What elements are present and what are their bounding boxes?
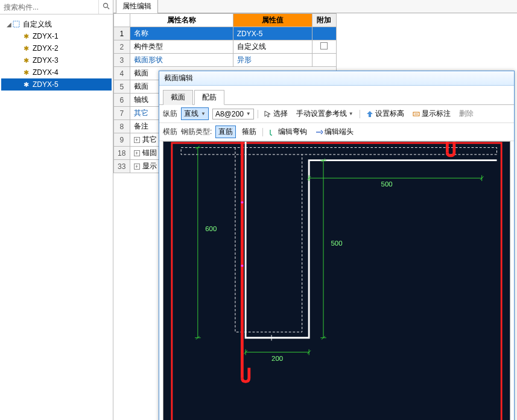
prop-name: 名称 (130, 27, 233, 40)
dim-500-side: 500 (331, 240, 342, 247)
tree-item[interactable]: ✱ ZDYX-1 (1, 30, 112, 42)
section-editor-title[interactable]: 截面编辑 (159, 71, 514, 86)
col-header-extra[interactable]: 附加 (312, 14, 336, 27)
edit-hook-button[interactable]: 编辑弯钩 (267, 126, 309, 138)
rownum-header (114, 14, 130, 27)
stirrup-button[interactable]: 箍筋 (239, 126, 259, 138)
left-panel: ◢ 自定义线 ✱ ZDYX-1 ✱ ZDYX-2 ✱ ZDYX-3 ✱ ZDYX… (0, 0, 113, 420)
prop-value[interactable]: 自定义线 (233, 40, 312, 54)
row-num: 9 (114, 133, 130, 147)
col-header-value[interactable]: 属性值 (233, 14, 312, 27)
prop-extra (312, 54, 336, 67)
table-row[interactable]: 3 截面形状 异形 (114, 54, 337, 67)
table-row[interactable]: 2 构件类型 自定义线 (114, 40, 337, 54)
tree-item[interactable]: ✱ ZDYX-3 (1, 54, 112, 66)
tree-item-label: ZDYX-3 (33, 56, 59, 65)
svg-point-0 (103, 4, 107, 8)
label-rebar-type: 钢筋类型: (181, 127, 212, 137)
dim-600: 600 (205, 225, 217, 232)
prop-value[interactable]: ZDYX-5 (233, 27, 312, 40)
rebar-spec-dropdown[interactable]: A8@200▼ (212, 109, 254, 119)
search-button[interactable] (98, 0, 113, 14)
set-elevation-button[interactable]: 设置标高 (364, 108, 407, 119)
tree-item[interactable]: ✱ ZDYX-4 (1, 66, 112, 78)
row-num: 7 (114, 107, 130, 120)
tree-item[interactable]: ✱ ZDYX-2 (1, 42, 112, 54)
tree-root-label: 自定义线 (23, 19, 52, 30)
svg-line-1 (107, 7, 109, 9)
svg-rect-7 (181, 148, 496, 154)
cad-canvas[interactable]: 600 500 500 (163, 141, 510, 420)
tree-item-label: ZDYX-1 (33, 32, 59, 40)
custom-line-icon (12, 20, 21, 28)
edit-end-button[interactable]: 编辑端头 (313, 126, 356, 138)
separator (360, 110, 360, 118)
canvas-wrap: 600 500 500 (159, 141, 514, 420)
section-editor-window: 截面编辑 截面 配筋 纵筋 直线▼ A8@200▼ 选择 手动设置参考线▼ (159, 71, 515, 420)
table-row[interactable]: 1 名称 ZDYX-5 (114, 27, 337, 40)
prop-extra[interactable] (312, 40, 336, 54)
chevron-down-icon: ▼ (349, 111, 354, 116)
dim-200: 200 (271, 355, 283, 362)
node-icon: ✱ (22, 32, 30, 40)
right-panel: 属性编辑 属性名称 属性值 附加 1 名称 ZDYX-5 2 构件类型 (113, 0, 517, 420)
props-area: 属性名称 属性值 附加 1 名称 ZDYX-5 2 构件类型 自定义线 (113, 13, 517, 420)
node-icon: ✱ (22, 44, 30, 52)
row-num: 2 (114, 40, 130, 54)
svg-rect-2 (13, 21, 19, 27)
toolbar-row-2: 横筋 钢筋类型: 直筋 箍筋 编辑弯钩 编辑端头 (159, 123, 514, 141)
tab-section[interactable]: 截面 (163, 90, 193, 105)
prop-name: 截面形状 (130, 54, 233, 67)
tree-root-custom-line[interactable]: ◢ 自定义线 (1, 18, 112, 30)
prop-tab-bar: 属性编辑 (113, 0, 517, 13)
tree-item-label: ZDYX-5 (33, 80, 59, 89)
annotation-icon (413, 110, 420, 118)
row-num: 3 (114, 54, 130, 67)
row-num: 1 (114, 27, 130, 40)
svg-point-11 (241, 264, 243, 267)
elevation-icon (366, 110, 373, 118)
search-icon (103, 2, 110, 11)
label-horizontal-rebar: 横筋 (163, 127, 177, 137)
show-annot-button[interactable]: 显示标注 (410, 108, 453, 119)
col-header-name[interactable]: 属性名称 (130, 14, 233, 27)
svg-point-10 (241, 201, 243, 203)
checkbox-icon[interactable] (320, 42, 328, 49)
delete-button[interactable]: 删除 (457, 108, 476, 119)
toolbar-row-1: 纵筋 直线▼ A8@200▼ 选择 手动设置参考线▼ 设置标高 (159, 105, 514, 123)
ref-line-dropdown[interactable]: 手动设置参考线▼ (294, 108, 356, 119)
prop-extra (312, 27, 336, 40)
tree-item-label: ZDYX-2 (33, 44, 59, 52)
tab-property-edit[interactable]: 属性编辑 (116, 0, 158, 13)
select-tool-button[interactable]: 选择 (262, 108, 290, 119)
tab-rebar[interactable]: 配筋 (194, 90, 224, 105)
dim-500-top: 500 (381, 180, 393, 188)
svg-rect-6 (172, 143, 501, 420)
search-input[interactable] (0, 0, 98, 14)
separator (262, 128, 263, 136)
expand-icon[interactable]: + (134, 164, 140, 170)
row-num: 6 (114, 94, 130, 107)
separator (258, 110, 258, 118)
cursor-icon (264, 110, 271, 118)
row-num: 18 (114, 147, 130, 160)
prop-value[interactable]: 异形 (233, 54, 312, 67)
chevron-down-icon: ▼ (246, 111, 251, 116)
node-icon: ✱ (22, 80, 30, 89)
section-tabs: 截面 配筋 (159, 86, 514, 105)
tree-item[interactable]: ✱ ZDYX-5 (1, 78, 112, 91)
row-num: 8 (114, 120, 130, 133)
prop-name: 构件类型 (130, 40, 233, 54)
expand-icon[interactable]: + (134, 150, 140, 156)
component-tree: ◢ 自定义线 ✱ ZDYX-1 ✱ ZDYX-2 ✱ ZDYX-3 ✱ ZDYX… (0, 14, 113, 420)
collapse-icon[interactable]: ◢ (6, 21, 12, 28)
expand-icon[interactable]: + (134, 137, 140, 143)
search-row (0, 0, 113, 14)
cad-drawing: 600 500 500 (163, 142, 510, 420)
row-num: 5 (114, 80, 130, 94)
node-icon: ✱ (22, 68, 30, 77)
line-type-dropdown[interactable]: 直线▼ (181, 107, 209, 120)
chevron-down-icon: ▼ (201, 111, 206, 116)
straight-rebar-button[interactable]: 直筋 (215, 126, 236, 138)
end-icon (316, 129, 323, 136)
